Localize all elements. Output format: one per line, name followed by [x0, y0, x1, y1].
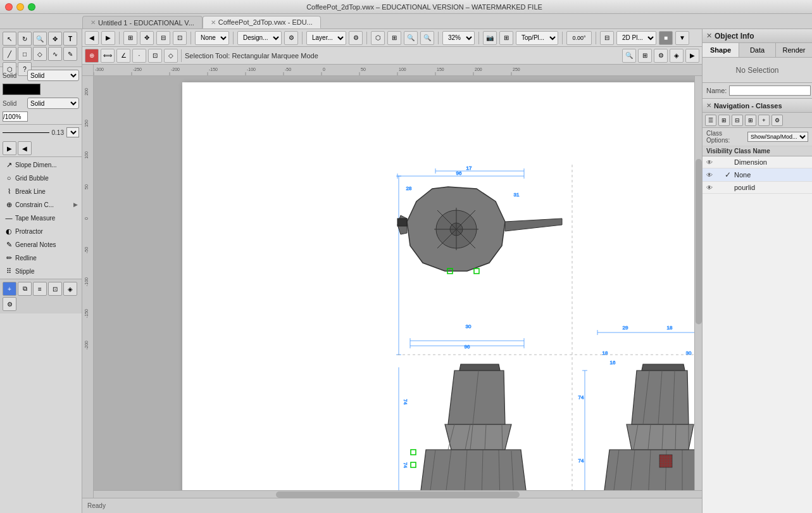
text-tool[interactable]: T — [63, 32, 77, 46]
snap-btn[interactable]: + — [3, 282, 16, 296]
fwd-btn[interactable]: ▶ — [101, 31, 115, 45]
class-row-pourlid[interactable]: 👁 pourlid — [703, 182, 812, 194]
render-mode-btn[interactable]: ■ — [659, 31, 673, 45]
zoom-in-btn[interactable]: 🔍 — [404, 31, 418, 45]
class-options-select[interactable]: Show/Snap/Mod... — [747, 132, 808, 142]
layers-btn[interactable]: ⧉ — [18, 282, 32, 296]
snap-linear-btn[interactable]: ⟺ — [101, 49, 115, 63]
view-dropdown[interactable]: Top/Pl... — [516, 31, 558, 45]
vertical-scrollbar[interactable] — [694, 76, 702, 490]
design-settings[interactable]: ⚙ — [284, 31, 298, 45]
settings-btn[interactable]: ⚙ — [3, 297, 16, 311]
view-btn2[interactable]: ⊞ — [387, 31, 401, 45]
camera-btn[interactable]: ⊡ — [48, 282, 62, 296]
dimension-visibility[interactable]: 👁 — [706, 159, 721, 166]
layer-dropdown[interactable]: Layer... — [306, 31, 346, 45]
oi-tab-data[interactable]: Data — [739, 43, 776, 57]
3d-view-btn[interactable]: ⊞ — [499, 31, 513, 45]
none-visibility[interactable]: 👁 — [706, 172, 721, 179]
pourlid-visibility[interactable]: 👁 — [706, 184, 721, 191]
align-btn[interactable]: ⊟ — [156, 31, 170, 45]
rect-tool[interactable]: □ — [18, 47, 32, 61]
tab-close-untitled[interactable]: ✕ — [91, 19, 96, 26]
design-dropdown[interactable]: Design... — [237, 31, 282, 45]
thickness-select[interactable]: ▼ — [66, 127, 79, 137]
move-btn[interactable]: ✥ — [140, 31, 154, 45]
snap-pt-btn[interactable]: · — [132, 49, 146, 63]
tab-untitled[interactable]: ✕ Untitled 1 - EDUCATIONAL V... — [82, 16, 203, 28]
snap-settings-btn[interactable]: ⚙ — [654, 49, 668, 63]
render-btn[interactable]: ◈ — [63, 282, 77, 296]
nav-expand-btn[interactable]: ⊟ — [732, 115, 743, 126]
stroke-select[interactable]: Solid — [27, 98, 79, 109]
tab-coffeepot[interactable]: ✕ CoffeePot_2dTop.vwx - EDU... — [203, 16, 321, 28]
tool-general-notes[interactable]: ✎ General Notes — [1, 238, 80, 251]
render-btn-tb2[interactable]: ◈ — [670, 49, 684, 63]
plane-btn[interactable]: ⊟ — [600, 31, 614, 45]
tool-redline[interactable]: ✏ Redline — [1, 251, 80, 264]
sel-snap-btn[interactable]: ⊕ — [85, 49, 99, 63]
tool-tape-measure[interactable]: — Tape Measure — [1, 212, 80, 224]
horizontal-scrollbar[interactable] — [94, 490, 702, 498]
line-tool[interactable]: ╱ — [3, 47, 16, 61]
view-btn1[interactable]: ⬡ — [371, 31, 385, 45]
oi-tab-render[interactable]: Render — [776, 43, 812, 57]
class-row-none[interactable]: 👁 ✓ None — [703, 168, 812, 182]
oi-tab-shape[interactable]: Shape — [703, 43, 739, 57]
zoom-out-btn[interactable]: 🔍 — [420, 31, 434, 45]
snap-angle-btn[interactable]: ∠ — [116, 49, 130, 63]
nav-settings-btn[interactable]: ⚙ — [771, 115, 783, 126]
more-btn[interactable]: ▶ — [685, 49, 699, 63]
render-settings-btn[interactable]: ▼ — [675, 31, 689, 45]
window-controls[interactable] — [5, 3, 35, 11]
snap-mid-btn[interactable]: ⊡ — [148, 49, 162, 63]
zoom-tool[interactable]: 🔍 — [33, 32, 47, 46]
zoom-glass-btn[interactable]: 🔍 — [622, 49, 636, 63]
canvas-area[interactable]: -300 -250 -200 -150 -100 -50 0 50 — [82, 65, 702, 498]
drawing-area[interactable]: 96 17 — [94, 76, 702, 498]
tool-slope-dimen[interactable]: ↗ Slope Dimen... — [1, 158, 80, 171]
name-input[interactable] — [729, 86, 811, 96]
minimize-button[interactable] — [16, 3, 24, 11]
nav-add-btn[interactable]: + — [758, 115, 770, 126]
object-info-close[interactable]: ✕ — [706, 32, 712, 40]
grid-settings-btn[interactable]: ⊞ — [638, 49, 652, 63]
classes-btn[interactable]: ≡ — [33, 282, 47, 296]
opacity-input[interactable] — [3, 111, 28, 122]
snap-end-btn[interactable]: ◇ — [164, 49, 178, 63]
nav-grid-view-btn[interactable]: ⊞ — [718, 115, 730, 126]
zoom-dropdown[interactable]: 32% — [442, 31, 475, 45]
fill-color-swatch[interactable] — [3, 84, 41, 95]
layer-settings[interactable]: ⚙ — [349, 31, 363, 45]
back-btn[interactable]: ◀ — [85, 31, 99, 45]
shape-tool[interactable]: ◇ — [33, 47, 47, 61]
select-all-btn[interactable]: ⊞ — [123, 31, 137, 45]
nav-collapse-btn[interactable]: ⊞ — [745, 115, 756, 126]
tool-protractor[interactable]: ◐ Protractor — [1, 225, 80, 238]
curve-tool[interactable]: ∿ — [48, 47, 62, 61]
pan-tool[interactable]: ✥ — [48, 32, 62, 46]
rotate-tool[interactable]: ↻ — [18, 32, 32, 46]
prev-btn[interactable]: ◀ — [18, 141, 32, 155]
tool-grid-bubble[interactable]: ○ Grid Bubble — [1, 172, 80, 184]
play-btn[interactable]: ▶ — [3, 141, 16, 155]
tool-constrain-c[interactable]: ⊕ Constrain C... ▶ — [1, 198, 80, 211]
fill-select[interactable]: Solid — [27, 70, 79, 81]
tab-close-coffeepot[interactable]: ✕ — [211, 19, 216, 26]
check-col-header — [721, 148, 734, 155]
plane-dropdown[interactable]: 2D Pl... — [616, 31, 656, 45]
drawing-canvas[interactable]: 96 17 — [182, 82, 701, 498]
nav-list-view-btn[interactable]: ☰ — [705, 115, 716, 126]
group-btn[interactable]: ⊡ — [173, 31, 187, 45]
pointer-tool[interactable]: ↖ — [3, 32, 16, 46]
pencil-tool[interactable]: ✎ — [63, 47, 77, 61]
camera-btn-tb[interactable]: 📷 — [483, 31, 497, 45]
class-row-dimension[interactable]: 👁 Dimension — [703, 156, 812, 168]
close-button[interactable] — [5, 3, 13, 11]
none-dropdown[interactable]: None — [195, 31, 229, 45]
svg-text:-50: -50 — [285, 67, 291, 72]
zoom-button[interactable] — [28, 3, 35, 11]
nav-classes-close[interactable]: ✕ — [706, 102, 711, 109]
tool-stipple[interactable]: ⠿ Stipple — [1, 265, 80, 277]
tool-break-line[interactable]: ⌇ Break Line — [1, 185, 80, 198]
